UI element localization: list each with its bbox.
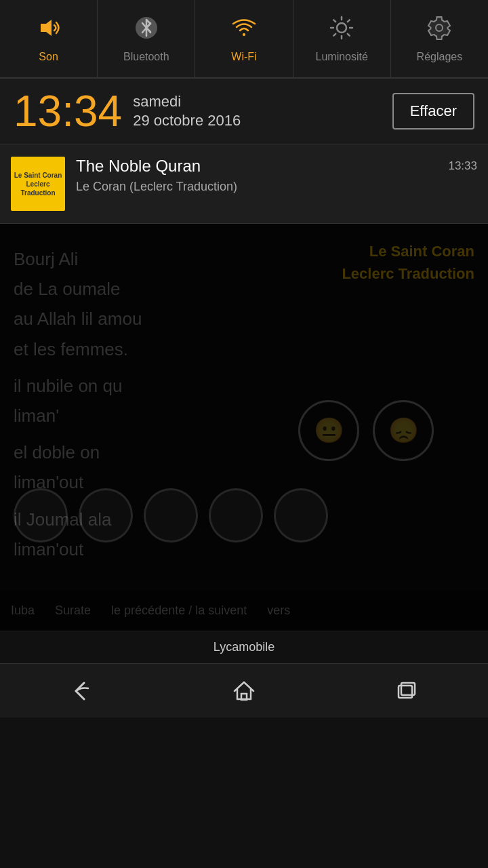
carrier-bar: Lycamobile xyxy=(0,631,488,663)
svg-line-9 xyxy=(348,34,350,36)
volume-icon xyxy=(35,14,62,45)
clear-button[interactable]: Effacer xyxy=(392,93,474,130)
svg-point-2 xyxy=(243,33,245,36)
notification-header: 13:34 samedi 29 octobre 2016 Effacer xyxy=(0,79,488,144)
bg-title-right-text1: Le Saint Coran xyxy=(342,240,474,262)
qs-bluetooth-label: Bluetooth xyxy=(123,51,169,63)
bg-title-right: Le Saint Coran Leclerc Traduction xyxy=(342,240,474,285)
app-icon-text: Le Saint Coran Leclerc Traduction xyxy=(14,171,62,197)
qs-reglages-label: Réglages xyxy=(417,51,463,63)
current-time: 13:34 xyxy=(14,90,122,133)
quick-settings-bar: Son Bluetooth Wi-Fi xyxy=(0,0,488,79)
qs-wifi-label: Wi-Fi xyxy=(231,51,256,63)
notification-timestamp: 13:33 xyxy=(448,157,477,173)
bluetooth-icon xyxy=(133,14,160,45)
current-day: samedi xyxy=(133,93,241,111)
brightness-icon xyxy=(328,14,355,45)
navigation-bar xyxy=(0,663,488,717)
qs-item-reglages[interactable]: Réglages xyxy=(391,0,488,77)
bg-title-right-text2: Leclerc Traduction xyxy=(342,262,474,285)
svg-line-11 xyxy=(334,34,336,36)
notification-card[interactable]: Le Saint Coran Leclerc Traduction The No… xyxy=(0,144,488,224)
back-button[interactable] xyxy=(41,671,122,711)
notification-title: The Noble Quran xyxy=(76,157,437,176)
svg-line-10 xyxy=(348,20,350,22)
qs-item-bluetooth[interactable]: Bluetooth xyxy=(98,0,195,77)
wifi-icon xyxy=(230,14,258,45)
svg-point-3 xyxy=(337,23,346,33)
bg-bottom-bar: Iuba Surate le précédente / la suivent v… xyxy=(0,590,488,631)
recents-button[interactable] xyxy=(366,671,447,711)
qs-son-label: Son xyxy=(39,51,58,63)
app-background: Bourj Ali de La oumale au Allah lil amou… xyxy=(0,224,488,631)
svg-line-8 xyxy=(334,20,336,22)
home-button[interactable] xyxy=(203,671,285,711)
notification-subtitle: Le Coran (Leclerc Traduction) xyxy=(76,180,437,194)
time-block: 13:34 samedi 29 octobre 2016 xyxy=(14,90,241,133)
qs-luminosite-label: Luminosité xyxy=(316,51,368,63)
notification-content: The Noble Quran Le Coran (Leclerc Traduc… xyxy=(76,157,437,194)
current-date: 29 octobre 2016 xyxy=(133,112,241,130)
svg-marker-0 xyxy=(41,20,52,36)
qs-item-son[interactable]: Son xyxy=(0,0,98,77)
qs-item-wifi[interactable]: Wi-Fi xyxy=(195,0,293,77)
qs-item-luminosite[interactable]: Luminosité xyxy=(293,0,391,77)
settings-icon xyxy=(426,14,453,45)
bg-emoji-buttons: 😐 😞 xyxy=(298,400,434,461)
date-block: samedi 29 octobre 2016 xyxy=(133,93,241,130)
carrier-name: Lycamobile xyxy=(214,640,274,654)
bg-bottom-circles xyxy=(14,488,328,542)
app-icon: Le Saint Coran Leclerc Traduction xyxy=(11,157,65,211)
